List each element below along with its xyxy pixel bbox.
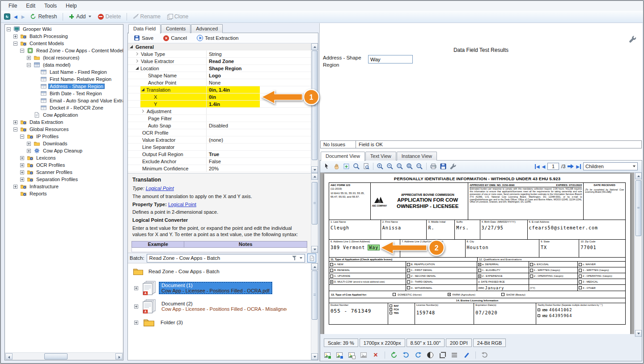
scroll-up-button[interactable] <box>311 43 318 50</box>
refresh-button[interactable]: Refresh <box>28 13 59 21</box>
tree-expander-icon[interactable] <box>7 27 11 31</box>
next-page-button[interactable] <box>568 164 574 169</box>
rotate-right-icon[interactable] <box>414 351 423 360</box>
tree-item[interactable]: Cow Application <box>5 111 123 119</box>
tree-expander-icon[interactable] <box>27 56 31 60</box>
tree-expander-icon[interactable] <box>20 178 24 182</box>
property-row[interactable]: Value TypeString <box>128 51 311 58</box>
tree-expander-icon[interactable] <box>20 170 24 174</box>
logical-point-link[interactable]: Logical Point <box>168 202 196 207</box>
tree-item[interactable]: First Name- Relative Region <box>5 76 123 83</box>
tree-item[interactable]: Scanner Profiles <box>5 169 123 176</box>
insert-image-icon[interactable] <box>323 351 332 360</box>
tree-item[interactable]: Batch Processing <box>5 33 123 40</box>
property-row[interactable]: Shape NameLogo <box>128 72 311 79</box>
text-regions-icon[interactable] <box>450 351 459 360</box>
scroll-up-button[interactable] <box>311 263 318 270</box>
tab-document-view[interactable]: Document View <box>321 152 365 161</box>
extract-image-icon[interactable] <box>347 351 356 360</box>
tree-item[interactable]: Lexicons <box>5 154 123 161</box>
tree-item[interactable]: Docket # - ReOCR Zone <box>5 104 123 111</box>
tree-item[interactable]: Address - Shape Region <box>5 83 123 90</box>
scroll-left-button[interactable] <box>5 353 13 360</box>
tree-item[interactable]: Data Extraction <box>5 119 123 126</box>
tree-item[interactable]: Last Name - Fixed Region <box>5 68 123 76</box>
first-page-button[interactable]: ◀ <box>535 164 540 169</box>
tree-expander-icon[interactable] <box>13 127 17 131</box>
tree-item[interactable]: Read Zone - Cow Apps - Content Model <box>5 47 123 54</box>
tree-expander-icon[interactable] <box>20 135 24 139</box>
add-button[interactable]: Add <box>67 13 93 21</box>
scrollbar-thumb[interactable] <box>312 271 318 320</box>
property-row[interactable]: Translation0in, 1.4in <box>128 86 311 93</box>
crop-icon[interactable] <box>438 351 447 360</box>
refresh-page-icon[interactable] <box>390 351 398 360</box>
tree-expander-icon[interactable] <box>13 185 17 189</box>
tree-item[interactable]: Global Resources <box>5 126 123 133</box>
scroll-down-button[interactable] <box>311 353 318 360</box>
expander-icon[interactable] <box>136 67 139 70</box>
hand-icon[interactable] <box>332 162 341 171</box>
zoom-actual-icon[interactable] <box>415 162 424 171</box>
property-row[interactable]: LocationShape Region <box>128 65 311 72</box>
zoom-fit-icon[interactable] <box>405 162 414 171</box>
tree-item[interactable]: IP Profiles <box>5 133 123 140</box>
delete-button[interactable]: Delete <box>96 13 123 21</box>
save-button[interactable]: Save <box>131 34 156 42</box>
scrollbar-thumb[interactable] <box>312 182 318 224</box>
edit-image-icon[interactable] <box>335 351 344 360</box>
last-page-button[interactable]: ▶ <box>576 164 581 169</box>
grayscale-image-icon[interactable] <box>359 351 368 360</box>
field-result-input[interactable] <box>368 55 413 63</box>
horizontal-scrollbar[interactable] <box>5 352 123 360</box>
batch-item[interactable]: Folder (3) <box>134 317 311 328</box>
save-view-icon[interactable] <box>439 162 448 171</box>
tab-contents[interactable]: Contents <box>161 24 191 33</box>
tree-item[interactable]: Infrastructure <box>5 183 123 190</box>
tree-expander-icon[interactable] <box>27 142 31 146</box>
property-row[interactable]: Y1.4in <box>128 101 311 108</box>
expander-icon[interactable] <box>141 110 144 113</box>
tree-expander-icon[interactable] <box>27 63 31 67</box>
batch-root-item[interactable]: Read Zone - Cow Apps - Batch <box>128 263 311 278</box>
clone-button[interactable]: Clone <box>165 13 191 21</box>
tree-item[interactable]: Downloads <box>5 140 123 147</box>
menu-help[interactable]: Help <box>62 2 81 10</box>
tree-expander-icon[interactable] <box>134 321 138 325</box>
scroll-right-button[interactable] <box>115 353 123 360</box>
menu-edit[interactable]: Edit <box>22 2 39 10</box>
previous-page-button[interactable]: ◀ <box>542 164 545 169</box>
scroll-up-button[interactable] <box>311 173 318 180</box>
expander-icon[interactable] <box>135 52 138 55</box>
zoom-out-icon[interactable] <box>386 162 394 171</box>
property-row[interactable]: Adjustment <box>128 108 311 115</box>
tree-item[interactable]: Reports <box>5 190 123 197</box>
scrollbar-thumb[interactable] <box>44 353 68 360</box>
scrollbar-thumb[interactable] <box>312 51 318 160</box>
back-button[interactable]: ◀ <box>13 14 18 19</box>
tree-item[interactable]: Cow App Cleanup <box>5 147 123 154</box>
tab-data-field[interactable]: Data Field <box>128 24 161 34</box>
tree-item[interactable]: Content Models <box>5 40 123 47</box>
tree-expander-icon[interactable] <box>20 163 24 167</box>
tab-instance-view[interactable]: Instance View <box>397 152 437 161</box>
batch-tree-scrollbar[interactable] <box>311 263 318 360</box>
tree-expander-icon[interactable] <box>20 156 24 160</box>
zoom-window-icon[interactable] <box>352 162 361 171</box>
undo-icon[interactable] <box>480 351 489 360</box>
tree-expander-icon[interactable] <box>13 120 17 124</box>
tree-item[interactable]: OCR Profiles <box>5 161 123 169</box>
property-row[interactable]: X0in <box>128 93 311 101</box>
settings-icon[interactable] <box>628 35 637 43</box>
filter-icon[interactable] <box>292 256 297 260</box>
tree-expander-icon[interactable] <box>13 34 17 38</box>
property-row[interactable]: Minimum Confidence20% <box>128 165 311 172</box>
tree-expander-icon[interactable] <box>27 149 31 153</box>
help-pane-scrollbar[interactable] <box>311 173 318 253</box>
select-region-icon[interactable] <box>342 162 351 171</box>
scroll-down-button[interactable] <box>311 246 318 253</box>
tree-item[interactable]: Birth Date - Text Region <box>5 90 123 97</box>
property-row[interactable]: OCR Profile <box>128 129 311 136</box>
tree-expander-icon[interactable] <box>13 42 17 46</box>
zoom-page-icon[interactable] <box>362 162 371 171</box>
